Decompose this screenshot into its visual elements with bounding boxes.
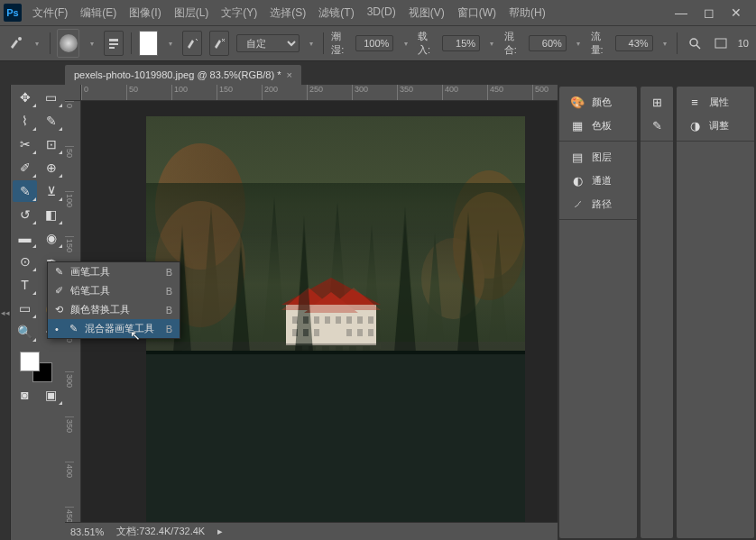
quick-select-tool[interactable]: ✎ xyxy=(39,110,63,132)
search-icon[interactable] xyxy=(685,31,704,56)
chevron-down-icon[interactable]: ▾ xyxy=(87,37,97,50)
marquee-tool[interactable]: ▭ xyxy=(39,87,63,108)
crop-tool[interactable]: ✂ xyxy=(13,133,37,155)
menu-file[interactable]: 文件(F) xyxy=(27,2,73,24)
panel-color[interactable]: 🎨颜色 xyxy=(563,90,633,114)
libraries-icon: ⊞ xyxy=(651,95,662,109)
panel-adjustments[interactable]: ◑调整 xyxy=(680,114,751,137)
wet-label: 潮湿: xyxy=(331,30,348,57)
menu-select[interactable]: 选择(S) xyxy=(264,2,311,24)
flow-label: 流量: xyxy=(591,30,608,57)
brush-panel-icon[interactable] xyxy=(104,31,124,56)
brush-tool[interactable]: ✎ xyxy=(13,180,37,202)
titlebar: Ps 文件(F) 编辑(E) 图像(I) 图层(L) 文字(Y) 选择(S) 滤… xyxy=(0,0,756,25)
chevron-down-icon[interactable]: ▾ xyxy=(660,37,670,50)
dodge-tool[interactable]: ⊙ xyxy=(13,251,37,272)
panel-swatches[interactable]: ▦色板 xyxy=(563,114,633,137)
panel-libraries[interactable]: ⊞ xyxy=(644,90,669,114)
menu-window[interactable]: 窗口(W) xyxy=(452,2,502,24)
horizontal-ruler[interactable]: 050100150200250300350400450500550 xyxy=(81,85,558,101)
wet-input[interactable] xyxy=(355,35,393,51)
eyedropper-tool[interactable]: ✐ xyxy=(13,157,37,178)
panel-layers[interactable]: ▤图层 xyxy=(563,145,633,169)
healing-tool[interactable]: ⊕ xyxy=(39,157,63,178)
type-tool[interactable]: T xyxy=(13,274,37,296)
brush-flyout-menu: ✎ 画笔工具 B ✐ 铅笔工具 B ⟲ 颜色替换工具 B • ✎ 混合器画笔工具… xyxy=(47,261,180,339)
quickmask-tool[interactable]: ◙ xyxy=(13,384,37,406)
panel-properties[interactable]: ≡属性 xyxy=(680,90,751,114)
svg-rect-57 xyxy=(146,351,525,354)
ruler-origin[interactable] xyxy=(65,85,81,101)
maximize-button[interactable]: ◻ xyxy=(704,5,715,20)
shape-tool[interactable]: ▭ xyxy=(13,297,37,319)
svg-point-3 xyxy=(690,39,697,46)
menu-edit[interactable]: 编辑(E) xyxy=(75,2,122,24)
menu-view[interactable]: 视图(V) xyxy=(403,2,450,24)
flyout-brush[interactable]: ✎ 画笔工具 B xyxy=(48,262,180,281)
menu-3d[interactable]: 3D(D) xyxy=(362,2,401,24)
color-swatches[interactable] xyxy=(13,350,63,382)
chevron-down-icon[interactable]: ▾ xyxy=(32,37,42,50)
main-area: ◂◂ ✥ ▭ ⌇ ✎ ✂ ⊡ ✐ ⊕ ✎ ⊻ ↺ ◧ ▬ ◉ ⊙ ✒ T ↖ ▭… xyxy=(0,85,756,540)
foreground-color[interactable] xyxy=(20,352,40,371)
move-tool[interactable]: ✥ xyxy=(13,87,37,108)
menu-image[interactable]: 图像(I) xyxy=(124,2,166,24)
panel-paths[interactable]: ⟋路径 xyxy=(563,192,633,215)
blur-tool[interactable]: ◉ xyxy=(39,227,63,249)
current-color-swatch[interactable] xyxy=(139,31,159,56)
load-brush-icon[interactable] xyxy=(182,31,202,56)
menu-layer[interactable]: 图层(L) xyxy=(169,2,215,24)
screenmode-tool[interactable]: ▣ xyxy=(39,384,63,406)
document-tab[interactable]: pexels-photo-1019980.jpeg @ 83.5%(RGB/8)… xyxy=(65,65,301,85)
frame-tool[interactable]: ⊡ xyxy=(39,133,63,155)
status-docinfo[interactable]: 文档:732.4K/732.4K xyxy=(116,525,205,538)
window-controls: — ◻ ✕ xyxy=(675,5,752,20)
paths-icon: ⟋ xyxy=(570,197,585,211)
grid-icon: ▦ xyxy=(570,118,585,133)
stamp-tool[interactable]: ⊻ xyxy=(39,180,63,202)
document-image[interactable] xyxy=(146,116,525,522)
chevron-down-icon[interactable]: ▾ xyxy=(165,37,175,50)
flyout-pencil[interactable]: ✐ 铅笔工具 B xyxy=(48,281,180,300)
pencil-icon: ✐ xyxy=(55,285,63,297)
minimize-button[interactable]: — xyxy=(675,5,687,20)
status-chevron-icon[interactable]: ▸ xyxy=(217,526,223,537)
screen-mode-icon[interactable] xyxy=(711,31,730,56)
mix-input[interactable] xyxy=(529,35,567,51)
chevron-down-icon[interactable]: ▾ xyxy=(401,37,410,50)
history-brush-tool[interactable]: ↺ xyxy=(13,204,37,225)
menu-help[interactable]: 帮助(H) xyxy=(503,2,551,24)
tab-close-icon[interactable]: × xyxy=(286,69,291,80)
document-tabs: pexels-photo-1019980.jpeg @ 83.5%(RGB/8)… xyxy=(0,61,756,85)
toolbox-collapse[interactable]: ◂◂ xyxy=(0,85,11,540)
panel-adjust[interactable]: ✎ xyxy=(644,114,669,137)
menu-filter[interactable]: 滤镜(T) xyxy=(313,2,359,24)
replace-icon: ⟲ xyxy=(55,304,63,316)
panel-column-3: ≡属性 ◑调整 xyxy=(677,87,754,538)
gradient-tool[interactable]: ▬ xyxy=(13,227,37,249)
svg-rect-46 xyxy=(146,352,525,522)
panel-column-2: ⊞ ✎ xyxy=(641,87,673,538)
app-logo: Ps xyxy=(4,4,22,22)
lasso-tool[interactable]: ⌇ xyxy=(13,110,37,132)
flyout-mixer-brush[interactable]: • ✎ 混合器画笔工具 B xyxy=(48,319,180,338)
menu-type[interactable]: 文字(Y) xyxy=(216,2,263,24)
chevron-down-icon[interactable]: ▾ xyxy=(307,37,317,50)
flow-input[interactable] xyxy=(615,35,653,51)
load-input[interactable] xyxy=(442,35,480,51)
tool-preset-icon[interactable] xyxy=(7,34,25,52)
mode-select[interactable]: 自定 xyxy=(236,34,300,52)
close-button[interactable]: ✕ xyxy=(731,5,742,20)
status-zoom[interactable]: 83.51% xyxy=(70,526,104,537)
flyout-color-replace[interactable]: ⟲ 颜色替换工具 B xyxy=(48,300,180,319)
load-label: 载入: xyxy=(418,30,435,57)
panel-channels[interactable]: ◐通道 xyxy=(563,169,633,192)
chevron-down-icon[interactable]: ▾ xyxy=(487,37,497,50)
options-bar: ▾ ▾ ▾ 自定 ▾ 潮湿: ▾ 载入: ▾ 混合: ▾ 流量: ▾ 10 xyxy=(0,25,756,61)
toolbox: ✥ ▭ ⌇ ✎ ✂ ⊡ ✐ ⊕ ✎ ⊻ ↺ ◧ ▬ ◉ ⊙ ✒ T ↖ ▭ ✋ … xyxy=(11,85,65,540)
chevron-down-icon[interactable]: ▾ xyxy=(574,37,584,50)
clean-brush-icon[interactable] xyxy=(209,31,229,56)
zoom-tool[interactable]: 🔍 xyxy=(13,321,37,343)
brush-preview[interactable] xyxy=(57,29,79,58)
eraser-tool[interactable]: ◧ xyxy=(39,204,63,225)
